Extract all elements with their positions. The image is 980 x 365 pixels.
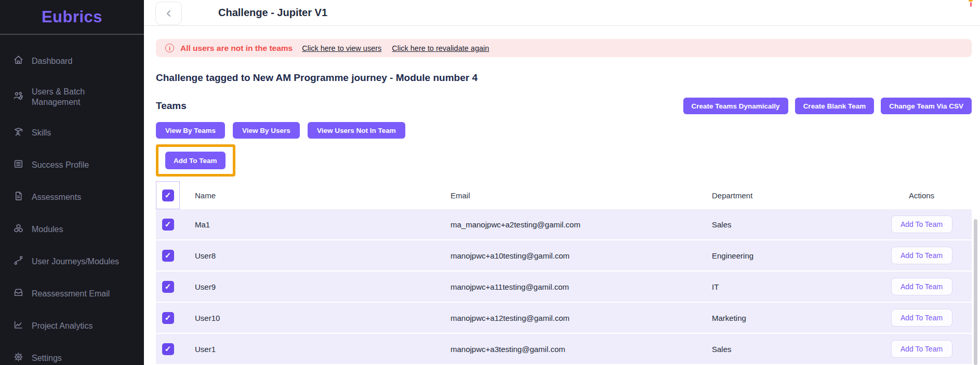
annotation-highlight-box: Add To Team — [156, 144, 235, 177]
row-checkbox[interactable]: ✓ — [162, 343, 174, 355]
mail-icon — [13, 287, 24, 301]
user-name: User9 — [180, 282, 451, 291]
view-by-teams-button[interactable]: View By Teams — [156, 122, 225, 139]
teams-heading: Teams — [156, 100, 187, 112]
create-teams-dynamically-button[interactable]: Create Teams Dynamically — [683, 98, 788, 114]
user-name: User10 — [180, 314, 451, 322]
back-button[interactable] — [155, 2, 182, 25]
view-users-not-in-team-button[interactable]: View Users Not In Team — [308, 122, 405, 139]
user-name: Ma1 — [180, 220, 451, 229]
user-department: Sales — [712, 345, 871, 354]
user-department: Engineering — [712, 251, 871, 260]
sidebar-item-success-profile[interactable]: Success Profile — [0, 158, 130, 172]
row-checkbox[interactable]: ✓ — [162, 219, 174, 231]
teams-toolbar: Teams Create Teams Dynamically Create Bl… — [156, 98, 972, 114]
view-by-users-button[interactable]: View By Users — [233, 122, 300, 139]
sidebar-item-dashboard[interactable]: Dashboard — [0, 55, 130, 68]
sidebar-item-label: Project Analytics — [32, 321, 92, 331]
sidebar-item-users-batch[interactable]: Users & Batch Management — [0, 87, 130, 107]
route-icon — [13, 255, 24, 268]
sidebar-item-user-journeys[interactable]: User Journeys/Modules — [0, 255, 130, 268]
list-board-icon — [13, 158, 24, 172]
sidebar-item-project-analytics[interactable]: Project Analytics — [0, 319, 130, 333]
sidebar-item-label: Assessments — [32, 192, 81, 202]
app-window: Eubrics Dashboard Users & Batch Manageme… — [0, 0, 980, 365]
user-email: manojpwc+a12testing@gamil.com — [451, 314, 712, 322]
add-to-team-row-button[interactable]: Add To Team — [891, 278, 952, 295]
team-create-buttons: Create Teams Dynamically Create Blank Te… — [683, 98, 972, 114]
change-team-via-csv-button[interactable]: Change Team Via CSV — [881, 98, 972, 114]
sidebar-item-label: Users & Batch Management — [32, 87, 130, 107]
alert-banner: i All users are not in the teams Click h… — [156, 39, 972, 57]
user-name: User1 — [180, 345, 451, 354]
eubrics-logo: Eubrics — [42, 8, 102, 26]
sidebar-item-label: Dashboard — [32, 56, 72, 66]
user-name: User8 — [180, 251, 451, 260]
table-row: ✓ User10 manojpwc+a12testing@gamil.com M… — [156, 303, 972, 333]
page-content: i All users are not in the teams Click h… — [144, 26, 980, 365]
sidebar-nav: Dashboard Users & Batch Management Skill… — [0, 55, 144, 365]
sidebar-item-label: Reassessment Email — [32, 289, 110, 299]
user-email: manojpwc+a3testing@gamil.com — [451, 345, 712, 354]
table-row: ✓ User1 manojpwc+a3testing@gamil.com Sal… — [156, 334, 972, 364]
user-department: IT — [712, 282, 871, 291]
cubes-icon — [13, 223, 24, 236]
users-table: ✓ Name Email Department Actions ✓ Ma1 ma… — [156, 181, 972, 364]
table-row: ✓ User9 manojpwc+a11testing@gamil.com IT… — [156, 272, 972, 302]
revalidate-link[interactable]: Click here to revalidate again — [392, 44, 489, 52]
create-blank-team-button[interactable]: Create Blank Team — [795, 98, 875, 114]
user-email: manojpwc+a10testing@gamil.com — [451, 251, 712, 260]
column-header-actions: Actions — [871, 191, 972, 200]
graduation-icon — [13, 126, 24, 140]
logo-container: Eubrics — [0, 0, 144, 35]
sidebar-item-reassessment-email[interactable]: Reassessment Email — [0, 287, 130, 301]
user-department: Marketing — [712, 314, 871, 322]
main-area: Challenge - Jupiter V1 i All users are n… — [144, 0, 980, 365]
header-checkbox-cell: ✓ — [156, 181, 180, 209]
add-to-team-row-button[interactable]: Add To Team — [891, 340, 952, 358]
sidebar-item-label: Settings — [32, 353, 62, 363]
sidebar-item-label: Modules — [32, 224, 63, 235]
analytics-icon — [13, 319, 24, 333]
select-all-checkbox[interactable]: ✓ — [162, 190, 174, 201]
challenge-tagline: Challenge tagged to New AM Programme jou… — [156, 72, 972, 84]
column-header-name: Name — [180, 191, 451, 200]
row-checkbox[interactable]: ✓ — [162, 312, 174, 324]
user-department: Sales — [712, 220, 871, 229]
users-gear-icon — [13, 90, 24, 104]
row-checkbox[interactable]: ✓ — [162, 250, 174, 262]
add-to-team-row-button[interactable]: Add To Team — [891, 215, 952, 233]
column-header-email: Email — [451, 191, 712, 200]
table-row: ✓ Ma1 ma_manojpwc+a2testing@gamil.com Sa… — [156, 209, 972, 239]
chevron-left-icon — [165, 9, 173, 18]
document-icon — [13, 191, 24, 204]
sidebar-item-label: User Journeys/Modules — [32, 256, 119, 267]
cursor-artifact — [969, 0, 973, 8]
sidebar-item-label: Skills — [32, 128, 51, 138]
view-users-link[interactable]: Click here to view users — [302, 44, 381, 52]
home-icon — [13, 55, 24, 68]
gear-icon — [13, 352, 24, 365]
sidebar-item-skills[interactable]: Skills — [0, 126, 130, 140]
vertical-scrollbar[interactable] — [974, 219, 977, 365]
add-to-team-row-button[interactable]: Add To Team — [891, 309, 952, 327]
sidebar-item-settings[interactable]: Settings — [0, 352, 130, 365]
sidebar-item-assessments[interactable]: Assessments — [0, 191, 130, 204]
row-checkbox[interactable]: ✓ — [162, 281, 174, 293]
info-icon: i — [165, 44, 174, 52]
table-header-row: ✓ Name Email Department Actions — [156, 181, 972, 209]
column-header-department: Department — [712, 191, 871, 200]
user-email: manojpwc+a11testing@gamil.com — [451, 282, 712, 291]
page-header: Challenge - Jupiter V1 — [144, 0, 980, 26]
page-title: Challenge - Jupiter V1 — [218, 7, 327, 19]
view-filter-buttons: View By Teams View By Users View Users N… — [156, 122, 972, 139]
sidebar: Eubrics Dashboard Users & Batch Manageme… — [0, 0, 144, 365]
alert-message: All users are not in the teams — [180, 44, 293, 53]
add-to-team-bulk-button[interactable]: Add To Team — [165, 152, 226, 169]
sidebar-item-label: Success Profile — [32, 160, 89, 170]
user-email: ma_manojpwc+a2testing@gamil.com — [451, 220, 712, 229]
sidebar-item-modules[interactable]: Modules — [0, 223, 130, 236]
table-row: ✓ User8 manojpwc+a10testing@gamil.com En… — [156, 240, 972, 271]
add-to-team-row-button[interactable]: Add To Team — [891, 247, 952, 264]
